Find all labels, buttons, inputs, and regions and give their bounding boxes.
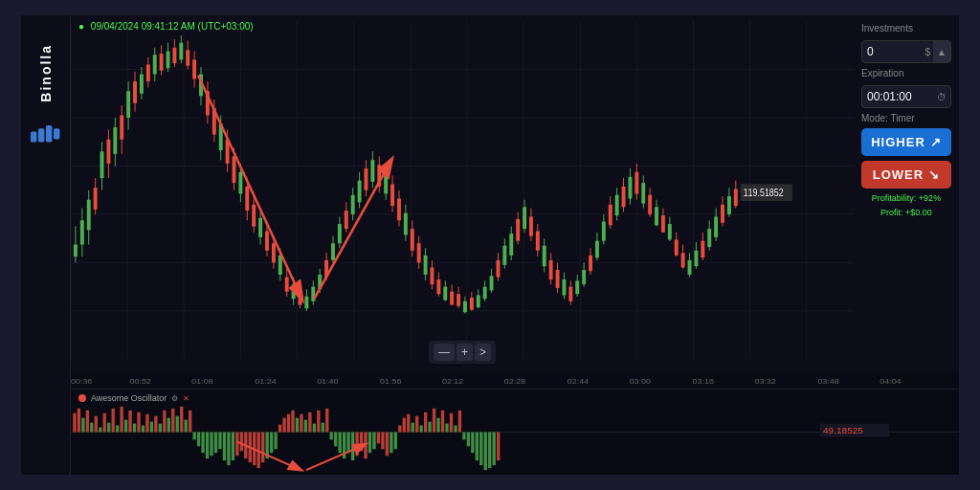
svg-text:00:36: 00:36 [71, 376, 93, 385]
svg-rect-264 [150, 422, 153, 433]
svg-rect-225 [734, 189, 738, 206]
investments-label: Investments [861, 23, 951, 33]
svg-rect-252 [99, 428, 101, 433]
svg-rect-318 [381, 433, 384, 450]
svg-rect-316 [372, 433, 375, 450]
svg-rect-325 [412, 423, 414, 433]
svg-text:01:24: 01:24 [255, 376, 277, 385]
svg-text:02:28: 02:28 [504, 376, 526, 385]
svg-rect-47 [146, 64, 150, 81]
svg-rect-321 [394, 433, 397, 450]
svg-rect-276 [201, 433, 204, 454]
oscillator-settings-icon[interactable]: ⚙ [171, 394, 178, 403]
svg-rect-279 [214, 433, 217, 454]
svg-rect-155 [502, 246, 506, 265]
svg-rect-111 [358, 181, 362, 203]
svg-rect-195 [635, 172, 638, 194]
svg-rect-181 [589, 256, 592, 271]
svg-text:01:40: 01:40 [317, 376, 339, 385]
lower-button[interactable]: LOWER ↘ [861, 161, 951, 189]
svg-rect-43 [133, 81, 137, 103]
svg-rect-201 [655, 207, 658, 225]
zoom-in-button[interactable]: + [457, 344, 473, 361]
svg-text:03:32: 03:32 [754, 376, 776, 385]
svg-text:03:00: 03:00 [630, 376, 652, 385]
svg-rect-254 [107, 423, 110, 433]
svg-text:00:52: 00:52 [129, 376, 151, 385]
main-content: ● 09/04/2024 09:41:12 AM (UTC+03:00) [71, 15, 959, 475]
svg-rect-308 [339, 433, 342, 454]
svg-rect-199 [648, 195, 652, 214]
svg-rect-89 [285, 278, 289, 292]
svg-rect-341 [479, 433, 482, 466]
expiration-clock-icon[interactable]: ⏱ [933, 92, 950, 102]
time-axis: 00:36 00:52 01:08 01:24 01:40 01:56 02:1… [71, 371, 959, 389]
svg-rect-326 [415, 416, 418, 433]
svg-rect-273 [189, 411, 191, 433]
svg-rect-333 [445, 424, 448, 433]
svg-rect-189 [615, 195, 619, 215]
svg-text:04:04: 04:04 [880, 376, 902, 385]
oscillator-dot [78, 394, 86, 402]
svg-rect-307 [334, 433, 337, 447]
svg-rect-61 [192, 59, 196, 78]
svg-rect-1 [38, 128, 44, 142]
svg-rect-165 [536, 232, 540, 251]
svg-rect-27 [80, 220, 84, 244]
svg-rect-183 [595, 241, 599, 258]
svg-rect-125 [404, 213, 408, 235]
forward-button[interactable]: > [475, 344, 491, 361]
svg-rect-305 [325, 409, 328, 433]
svg-rect-105 [338, 224, 342, 243]
svg-rect-103 [331, 243, 335, 260]
svg-rect-149 [483, 287, 487, 300]
profit-text: Profit: +$0.00 [861, 208, 951, 217]
chart-timestamp: ● 09/04/2024 09:41:12 AM (UTC+03:00) [78, 21, 257, 32]
svg-rect-334 [450, 413, 453, 433]
svg-rect-139 [450, 292, 454, 305]
svg-text:01:56: 01:56 [380, 376, 402, 385]
svg-rect-285 [240, 433, 243, 452]
svg-rect-193 [628, 177, 632, 199]
svg-rect-167 [543, 246, 546, 266]
svg-rect-247 [78, 409, 80, 433]
svg-rect-332 [441, 411, 444, 433]
svg-rect-215 [701, 241, 704, 258]
svg-rect-340 [476, 433, 479, 461]
svg-rect-274 [192, 433, 195, 440]
svg-rect-157 [509, 234, 513, 256]
svg-rect-79 [252, 205, 256, 227]
svg-rect-123 [397, 199, 401, 221]
svg-rect-115 [370, 160, 374, 182]
svg-rect-209 [681, 253, 685, 267]
main-window: Binolla ● 09/04/2024 09:41:12 AM (UTC+03… [21, 15, 959, 475]
svg-rect-163 [529, 216, 533, 235]
svg-rect-278 [210, 433, 212, 457]
svg-rect-151 [490, 276, 494, 290]
svg-rect-248 [81, 418, 84, 433]
svg-rect-281 [223, 433, 226, 461]
svg-rect-271 [180, 407, 183, 433]
svg-rect-59 [186, 50, 189, 65]
svg-rect-269 [171, 409, 174, 433]
time-axis-svg: 00:36 00:52 01:08 01:24 01:40 01:56 02:1… [71, 371, 959, 389]
svg-rect-217 [707, 229, 711, 247]
svg-rect-31 [94, 188, 98, 210]
svg-rect-121 [390, 184, 394, 206]
higher-button[interactable]: HIGHER ↗ [861, 128, 951, 156]
oscillator-name: Awesome Oscillator [91, 393, 167, 403]
oscillator-chart: 49.18525 [71, 390, 959, 475]
svg-rect-75 [238, 172, 242, 194]
svg-rect-246 [73, 413, 76, 433]
svg-rect-33 [100, 151, 104, 178]
zoom-out-button[interactable]: — [434, 344, 455, 361]
svg-rect-131 [424, 256, 428, 275]
svg-rect-221 [721, 205, 724, 223]
svg-rect-3 [54, 128, 59, 139]
svg-rect-262 [142, 426, 145, 433]
investment-currency: $ [922, 47, 933, 57]
investment-increment[interactable]: ▲ [933, 41, 950, 62]
expiration-label: Expiration [861, 68, 951, 78]
svg-rect-35 [106, 140, 110, 164]
oscillator-remove-icon[interactable]: ✕ [183, 394, 189, 403]
